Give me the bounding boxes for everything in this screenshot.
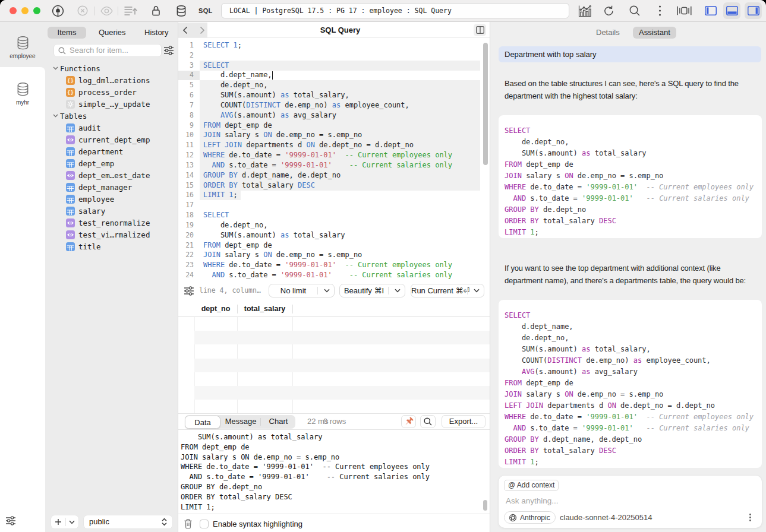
connection-strip-body [0,67,45,532]
schema-select-value: public [89,517,109,526]
window-title: LOCAL | PostgreSQL 17.5 : PG 17 : employ… [221,3,569,18]
assistant-more-icon[interactable] [749,514,751,522]
editor-pane: SQL Query 123456789101112131415161718192… [178,22,490,532]
limit-dropdown[interactable]: No limit [269,284,335,297]
chevron-down-icon [69,520,75,524]
editor-settings-icon[interactable] [184,286,194,296]
grid-row[interactable] [194,317,490,331]
export-button[interactable]: Export... [442,415,486,428]
sql-code-block: SELECT de.dept_no, SUM(s.amount) as tota… [499,115,762,238]
grid-row[interactable] [194,372,490,386]
column-header-total_salary[interactable]: total_salary [237,301,292,316]
filter-icon[interactable] [5,516,16,525]
close-window-button[interactable] [10,7,17,14]
tree-item-log_dmlerations[interactable]: {}log_dml…erations [45,74,176,86]
column-header-dept_no[interactable]: dept_no [194,301,237,316]
tree-section-functions[interactable]: Functions [45,62,176,74]
tree-item-test_virmalized[interactable]: test_vi…rmalized [45,229,176,240]
zoom-window-button[interactable] [33,7,40,14]
search-input[interactable]: Search for item... [53,44,162,57]
tree-item-dept_emp[interactable]: dept_emp [45,157,176,169]
filter-icon[interactable] [163,46,174,55]
lock-icon[interactable] [150,0,162,21]
tree-item-test_renormalize[interactable]: test_renormalize [45,217,176,229]
sql-editor[interactable]: 123456789101112131415161718192021222324S… [178,38,490,283]
pin-result-button[interactable] [401,415,416,428]
connection-strip: employee myhr [0,22,45,532]
tab-queries[interactable]: Queries [92,27,133,39]
grid-row[interactable] [194,359,490,372]
trash-icon[interactable] [184,518,193,529]
function-icon: {} [66,88,75,97]
tree-item-salary[interactable]: salary [45,205,176,217]
conversation-title[interactable]: Department with top salary [499,46,761,62]
run-current-dropdown[interactable]: Run Current ⌘⏎ [411,284,484,297]
forward-icon[interactable] [198,26,206,34]
tree-item-dept_manager[interactable]: dept_manager [45,181,176,193]
assistant-panel-tabs: Details Assistant [490,27,766,40]
grid-row[interactable] [194,386,490,400]
back-icon[interactable] [182,26,189,34]
panel-left-icon[interactable] [705,0,717,21]
tree-item-title[interactable]: title [45,240,176,252]
provider-select[interactable]: Anthropic [504,511,556,524]
connection-icon[interactable] [51,0,65,21]
grid-row[interactable] [194,400,490,413]
table-icon [66,242,75,251]
result-tab-message[interactable]: Message [222,415,259,429]
results-grid: dept_nototal_salary [178,299,490,413]
tree-item-department[interactable]: department [45,145,176,157]
connection-label: employee [0,53,45,59]
text-caret [272,71,273,80]
table-icon [66,195,75,204]
search-results-button[interactable] [420,415,436,428]
assistant-input[interactable]: @ Add context Ask anything... Anthropic … [499,476,762,528]
sidebar-footer: public [45,508,178,532]
tab-items[interactable]: Items [48,27,86,39]
header-divider [292,305,293,314]
editor-scrollbar[interactable] [483,43,488,165]
connection-item-myhr[interactable]: myhr [0,81,45,106]
split-editor-icon[interactable] [474,24,486,36]
assistant-message: If you want to see the top department wi… [505,262,746,287]
panel-right-icon[interactable] [748,0,759,21]
refresh-icon[interactable] [603,0,615,21]
tree-item-dept_emest_date[interactable]: dept_em…est_date [45,169,176,181]
open-queries-icon[interactable] [123,0,137,21]
tree-section-tables[interactable]: Tables [45,110,176,122]
search-icon [424,417,432,426]
editor-tab-title[interactable]: SQL Query [207,22,473,38]
panel-bottom-icon[interactable] [726,0,738,21]
minimize-window-button[interactable] [21,7,29,14]
tree-item-label: dept_manager [78,183,132,192]
tree-item-employee[interactable]: employee [45,193,176,205]
connection-item-employee[interactable]: employee [0,35,45,59]
result-tab-data[interactable]: Data [185,416,220,429]
grid-row[interactable] [194,331,490,344]
database-icon[interactable] [175,0,187,21]
table-icon [66,147,75,156]
search-icon[interactable] [629,0,641,21]
add-context-button[interactable]: @ Add context [504,480,559,491]
add-item-button[interactable] [51,515,78,528]
tree-section-label: Tables [60,112,87,121]
tree-item-audit[interactable]: audit [45,122,176,134]
column-guide-icon[interactable] [677,0,692,21]
message-scrollbar[interactable] [483,500,487,511]
tree-item-current_dept_emp[interactable]: current_dept_emp [45,134,176,145]
tab-assistant[interactable]: Assistant [633,27,676,39]
tab-history[interactable]: History [138,27,175,39]
result-tab-chart[interactable]: Chart [261,415,295,429]
schema-select[interactable]: public [84,515,172,528]
eye-icon[interactable] [100,0,114,21]
tab-details[interactable]: Details [590,27,626,39]
syntax-highlighting-checkbox[interactable] [200,520,209,528]
beautify-dropdown[interactable]: Beautify ⌘I [339,284,405,297]
disconnect-icon[interactable] [76,0,89,21]
tree-item-process_order[interactable]: {}process_order [45,86,176,98]
more-icon[interactable] [656,0,663,21]
tree-item-simple_y_update[interactable]: simple_…y_update [45,98,176,110]
search-placeholder: Search for item... [70,45,128,56]
chart-icon[interactable] [578,0,592,21]
grid-row[interactable] [194,344,490,358]
